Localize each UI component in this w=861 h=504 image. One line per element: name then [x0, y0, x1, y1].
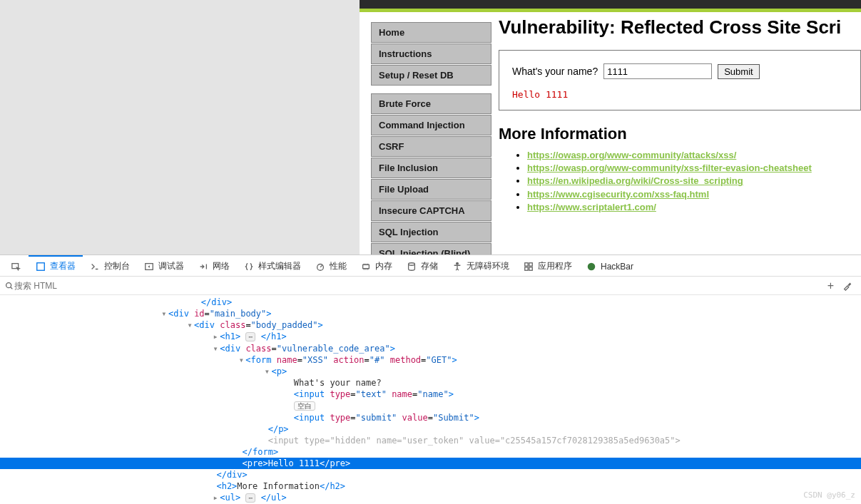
dvwa-page: HomeInstructionsSetup / Reset DB Brute F…	[360, 0, 861, 254]
output-pre: Hello 1111	[512, 89, 847, 100]
nav-item[interactable]: Brute Force	[371, 93, 491, 114]
devtools-panel: 查看器 控制台 调试器 网络 样式编辑器 性能 内存 存储 无障碍环境 应用程序…	[0, 255, 861, 504]
nav-item[interactable]: Instructions	[371, 43, 491, 64]
selected-dom-node[interactable]: <pre>Hello 1111</pre>	[0, 458, 861, 469]
add-node-button[interactable]: +	[823, 279, 838, 292]
svg-rect-10	[529, 267, 532, 269]
devtools-search-row: +	[0, 277, 861, 295]
nav-item[interactable]: SQL Injection	[371, 222, 491, 242]
tab-hackbar[interactable]: HackBar	[579, 255, 641, 277]
html-search-input[interactable]	[14, 278, 823, 294]
tab-network[interactable]: 网络	[191, 255, 237, 277]
tab-console[interactable]: 控制台	[83, 255, 137, 277]
tab-storage[interactable]: 存储	[399, 255, 445, 277]
sidebar-nav: HomeInstructionsSetup / Reset DB Brute F…	[360, 12, 499, 254]
tab-memory[interactable]: 内存	[354, 255, 399, 277]
submit-button[interactable]: Submit	[718, 64, 759, 79]
tab-application[interactable]: 应用程序	[516, 255, 579, 277]
tab-accessibility[interactable]: 无障碍环境	[445, 255, 516, 277]
svg-rect-9	[525, 267, 528, 269]
nav-item[interactable]: File Inclusion	[371, 158, 491, 178]
devtools-tabs: 查看器 控制台 调试器 网络 样式编辑器 性能 内存 存储 无障碍环境 应用程序…	[0, 255, 861, 277]
tab-pick-element[interactable]	[4, 255, 29, 277]
dom-tree[interactable]: </div> ▾<div id="main_body"> ▾<div class…	[0, 295, 861, 504]
svg-rect-8	[529, 262, 532, 265]
info-links-list: https://owasp.org/www-community/attacks/…	[527, 149, 861, 214]
eyedropper-button[interactable]	[838, 279, 857, 292]
info-link[interactable]: https://owasp.org/www-community/xss-filt…	[527, 163, 812, 173]
more-info-heading: More Information	[499, 125, 861, 143]
info-link[interactable]: https://en.wikipedia.org/wiki/Cross-site…	[527, 175, 743, 186]
name-input[interactable]	[603, 63, 712, 79]
nav-item[interactable]: Setup / Reset DB	[371, 65, 491, 86]
vulnerable-code-area: What's your name? Submit Hello 1111	[499, 50, 861, 110]
nav-item[interactable]: Command Injection	[371, 115, 491, 135]
nav-item[interactable]: CSRF	[371, 136, 491, 157]
info-link-item: https://en.wikipedia.org/wiki/Cross-site…	[527, 175, 861, 187]
tab-style-editor[interactable]: 样式编辑器	[237, 255, 308, 277]
header-blackbar	[360, 0, 861, 9]
svg-rect-7	[525, 262, 528, 265]
browser-viewport: HomeInstructionsSetup / Reset DB Brute F…	[0, 0, 861, 255]
info-link[interactable]: https://www.scriptalert1.com/	[527, 202, 656, 212]
tab-debugger[interactable]: 调试器	[137, 255, 191, 277]
nav-item[interactable]: File Upload	[371, 179, 491, 200]
info-link-item: https://owasp.org/www-community/xss-filt…	[527, 162, 861, 175]
page-title: Vulnerability: Reflected Cross Site Scri	[499, 16, 861, 38]
svg-point-11	[588, 262, 596, 270]
svg-point-6	[457, 262, 459, 264]
tab-performance[interactable]: 性能	[308, 255, 354, 277]
search-icon	[4, 281, 14, 291]
tab-inspector[interactable]: 查看器	[29, 255, 83, 277]
svg-point-5	[409, 262, 415, 265]
nav-item[interactable]: SQL Injection (Blind)	[371, 243, 491, 254]
svg-rect-1	[37, 262, 45, 270]
watermark: CSDN @y06_z	[803, 490, 855, 501]
svg-rect-4	[363, 264, 370, 268]
info-link-item: https://owasp.org/www-community/attacks/…	[527, 149, 861, 162]
info-link-item: https://www.scriptalert1.com/	[527, 201, 861, 214]
svg-point-12	[6, 282, 11, 287]
nav-item[interactable]: Insecure CAPTCHA	[371, 200, 491, 221]
form-label: What's your name?	[512, 66, 598, 77]
info-link-item: https://www.cgisecurity.com/xss-faq.html	[527, 188, 861, 201]
viewport-blank-area	[0, 0, 360, 254]
info-link[interactable]: https://www.cgisecurity.com/xss-faq.html	[527, 189, 709, 200]
info-link[interactable]: https://owasp.org/www-community/attacks/…	[527, 150, 736, 160]
nav-item[interactable]: Home	[371, 22, 491, 43]
